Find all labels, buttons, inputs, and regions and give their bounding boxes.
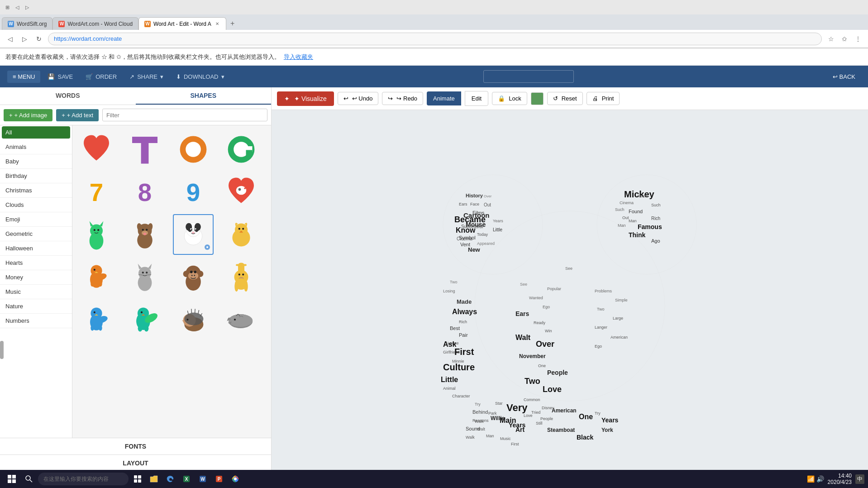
svg-text:Langer: Langer	[595, 325, 607, 330]
shape-number-9[interactable]: 9	[173, 172, 214, 212]
svg-text:Losing: Losing	[443, 289, 455, 293]
shape-cat-green[interactable]	[76, 214, 117, 255]
category-item-all[interactable]: All	[2, 126, 70, 139]
category-scrollbar[interactable]	[0, 341, 4, 359]
shape-whale[interactable]	[221, 299, 262, 340]
taskbar-right: 📶 🔊 14:40 2020/4/23 中	[807, 473, 864, 485]
svg-text:Years: Years	[601, 416, 619, 424]
svg-text:Popular: Popular	[547, 287, 561, 291]
forward-icon[interactable]: ▷	[24, 4, 31, 11]
back-button[interactable]: ↩ BACK	[827, 71, 861, 83]
layout-section-header[interactable]: LAYOUT	[0, 455, 271, 472]
tab-wordsift[interactable]: W WordSift.org	[2, 17, 52, 30]
add-text-button[interactable]: + + Add text	[56, 109, 99, 121]
new-tab-button[interactable]: +	[226, 17, 239, 30]
shape-hedgehog[interactable]	[173, 299, 214, 340]
tab-wordart[interactable]: W WordArt.com - Word Cloud	[52, 17, 138, 30]
shape-number-8[interactable]: 8	[124, 172, 165, 212]
category-item-birthday[interactable]: Birthday	[0, 169, 72, 183]
shapes-panel: + + Add image + + Add text All Animals B…	[0, 105, 271, 488]
shape-chick[interactable]	[221, 214, 262, 255]
plus-icon-image: +	[9, 112, 13, 119]
shape-dog-brown[interactable]	[124, 214, 165, 255]
shape-letter-g[interactable]	[221, 129, 262, 170]
url-input[interactable]: https://wordart.com/create	[48, 33, 822, 45]
add-image-button[interactable]: + + Add image	[4, 109, 52, 121]
svg-point-12	[238, 188, 241, 191]
tab-edit[interactable]: W Word Art - Edit - Word A ✕	[138, 17, 226, 30]
back-icon[interactable]: ◁	[14, 4, 21, 11]
undo-button[interactable]: ↩ ↩ Undo	[338, 92, 379, 105]
redo-button[interactable]: ↪ ↪ Redo	[382, 92, 423, 105]
shape-giraffe[interactable]	[221, 257, 262, 297]
category-item-emoji[interactable]: Emoji	[0, 212, 72, 227]
lock-button[interactable]: 🔒 Lock	[492, 92, 527, 105]
shape-heart-bird[interactable]	[221, 172, 262, 212]
animate-button[interactable]: Animate	[427, 91, 461, 105]
canvas-content[interactable]: History Out Films Years Successful Today…	[272, 110, 868, 488]
bookmark-star-icon[interactable]: ☆	[825, 33, 836, 44]
share-button[interactable]: ↗ SHARE ▾	[124, 71, 169, 83]
svg-text:Ready: Ready	[534, 321, 546, 325]
download-button[interactable]: ⬇ DOWNLOAD ▾	[171, 71, 230, 83]
category-item-geometric[interactable]: Geometric	[0, 227, 72, 241]
taskbar-search[interactable]	[38, 473, 129, 485]
title-input[interactable]: Word Art	[483, 70, 574, 83]
shape-heart-red[interactable]	[76, 129, 117, 170]
refresh-button[interactable]: ↻	[33, 33, 44, 44]
order-button[interactable]: 🛒 ORDER	[80, 71, 122, 83]
import-link[interactable]: 导入收藏夹	[284, 53, 313, 61]
svg-text:Man: Man	[618, 223, 626, 228]
filter-input[interactable]	[102, 109, 267, 121]
category-item-animals[interactable]: Animals	[0, 140, 72, 154]
tab-words[interactable]: WORDS	[0, 87, 136, 105]
fonts-section-header[interactable]: FONTS	[0, 438, 271, 455]
svg-point-110	[475, 211, 665, 401]
svg-text:Today: Today	[477, 232, 488, 237]
visualize-button[interactable]: ✦ ✦ Visualize	[277, 91, 334, 106]
category-item-clouds[interactable]: Clouds	[0, 198, 72, 212]
category-item-hearts[interactable]: Hearts	[0, 256, 72, 270]
shape-number-7[interactable]: 7	[76, 172, 117, 212]
category-item-numbers[interactable]: Numbers	[0, 314, 72, 328]
file-explorer-icon[interactable]	[147, 472, 161, 486]
category-item-nature[interactable]: Nature	[0, 299, 72, 314]
category-item-money[interactable]: Money	[0, 270, 72, 285]
svg-point-36	[195, 229, 196, 230]
scrollbar-thumb[interactable]	[0, 341, 4, 359]
settings-icon[interactable]: ⋮	[853, 33, 863, 44]
category-item-halloween[interactable]: Halloween	[0, 241, 72, 256]
forward-nav-button[interactable]: ▷	[19, 33, 30, 44]
shape-cat-gray[interactable]	[124, 257, 165, 297]
menu-button[interactable]: ≡ MENU	[7, 71, 40, 83]
category-item-baby[interactable]: Baby	[0, 154, 72, 169]
tab-close-3[interactable]: ✕	[214, 21, 220, 27]
shape-bird-teal[interactable]	[124, 299, 165, 340]
shape-bird-orange[interactable]	[76, 257, 117, 297]
chrome-icon[interactable]	[228, 472, 243, 486]
category-item-christmas[interactable]: Christmas	[0, 183, 72, 198]
start-button[interactable]	[4, 471, 20, 487]
shape-letter-t[interactable]	[124, 129, 165, 170]
reset-button[interactable]: ↺ Reset	[547, 92, 583, 105]
color-swatch[interactable]	[531, 92, 544, 105]
shape-bird-blue[interactable]	[76, 299, 117, 340]
tab-shapes[interactable]: SHAPES	[136, 87, 272, 105]
category-item-music[interactable]: Music	[0, 285, 72, 299]
edge-icon[interactable]	[163, 472, 177, 486]
edit-button[interactable]: Edit	[465, 91, 488, 106]
print-button[interactable]: 🖨 Print	[587, 92, 620, 105]
settings-gear-icon[interactable]	[204, 244, 211, 252]
search-taskbar[interactable]	[22, 472, 36, 486]
excel-icon[interactable]: X	[179, 472, 194, 486]
shape-monkey[interactable]	[173, 257, 214, 297]
task-view-icon[interactable]	[130, 472, 145, 486]
save-button[interactable]: 💾 SAVE	[42, 71, 78, 83]
back-nav-button[interactable]: ◁	[5, 33, 15, 44]
shape-letter-o[interactable]	[173, 129, 214, 170]
shape-panda[interactable]	[173, 214, 214, 255]
bookmark-icon[interactable]: ✩	[839, 33, 850, 44]
word-icon[interactable]: W	[196, 472, 210, 486]
powerpoint-icon[interactable]: P	[212, 472, 226, 486]
tabs-bar: W WordSift.org W WordArt.com - Word Clou…	[0, 14, 868, 30]
